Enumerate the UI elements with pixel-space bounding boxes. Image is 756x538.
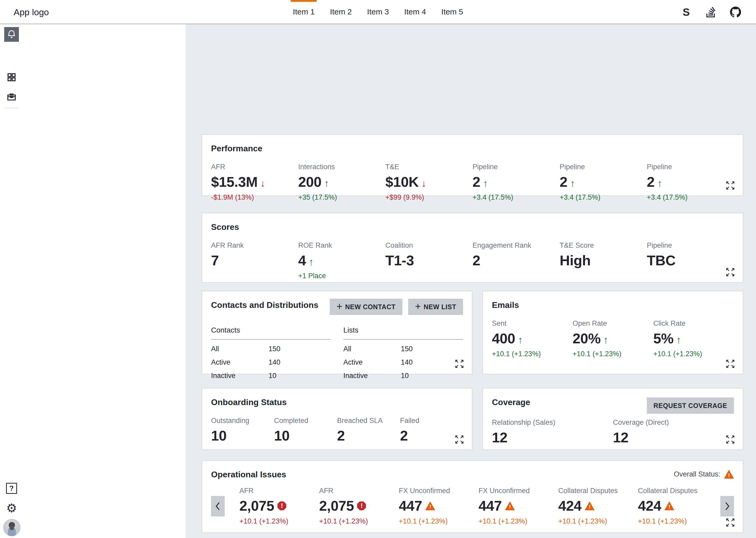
expand-icon[interactable]: [725, 358, 736, 370]
up-arrow-icon: ↑: [518, 335, 523, 345]
error-icon: [277, 502, 286, 511]
nav-item-2[interactable]: Item 2: [330, 0, 352, 24]
down-arrow-icon: ↓: [421, 178, 426, 188]
metric-interactions: Interactions 200↑ +35 (17.5%): [298, 163, 385, 201]
operational-metrics: AFR 2,075 +10.1 (+1.23%) AFR 2,075 +10.1…: [239, 487, 718, 525]
coverage-card: Coverage REQUEST COVERAGE Relationship (…: [483, 388, 743, 450]
table-row: Inactive 10: [211, 372, 331, 380]
expand-icon[interactable]: [725, 434, 736, 445]
nav-item-3[interactable]: Item 3: [367, 0, 389, 24]
down-arrow-icon: ↓: [260, 178, 265, 188]
metric-afr-issues-2: AFR 2,075 +10.1 (+1.23%): [319, 487, 399, 525]
table-row: Active 140: [211, 358, 331, 366]
metric-pipeline-score: Pipeline TBC: [647, 242, 734, 280]
scores-metrics: AFR Rank 7 ROE Rank 4↑ +1 Place Coalitio…: [211, 242, 734, 280]
scores-title: Scores: [211, 222, 734, 232]
sidebar-item-help[interactable]: ?: [4, 481, 19, 496]
new-contact-button[interactable]: NEW CONTACT: [330, 299, 402, 315]
plus-icon: [415, 303, 421, 311]
bell-icon: [7, 29, 17, 39]
metric-engagement-rank: Engagement Rank 2: [473, 242, 560, 280]
metric-relationship-sales: Relationship (Sales) 12: [492, 418, 613, 445]
carousel-prev-button[interactable]: [211, 496, 225, 516]
contacts-table-header: Contacts: [211, 326, 331, 340]
top-nav: App logo Item 1 Item 2 Item 3 Item 4 Ite…: [0, 0, 756, 24]
up-arrow-icon: ↑: [657, 178, 662, 188]
metric-fx-unconfirmed-2: FX Unconfirmed 447 +10.1 (+1.23%): [479, 487, 558, 525]
operational-title: Operational Issues: [211, 470, 286, 479]
contacts-card: Contacts and Distributions NEW CONTACT N…: [202, 291, 473, 374]
coverage-metrics: Relationship (Sales) 12 Coverage (Direct…: [492, 418, 734, 445]
github-icon[interactable]: [730, 6, 741, 18]
contacts-title: Contacts and Distributions: [211, 300, 318, 310]
user-avatar[interactable]: [3, 519, 21, 536]
expand-icon[interactable]: [725, 266, 736, 278]
metric-breached-sla: Breached SLA 2: [337, 417, 400, 443]
scores-card: Scores AFR Rank 7 ROE Rank 4↑ +1 Place C…: [202, 213, 743, 283]
up-arrow-icon: ↑: [483, 178, 488, 188]
sidebar: ? ⚙: [0, 24, 186, 538]
sidebar-item-work[interactable]: [4, 89, 19, 104]
avatar-silhouette: [3, 519, 21, 536]
metric-afr-issues-1: AFR 2,075 +10.1 (+1.23%): [239, 487, 319, 525]
expand-icon[interactable]: [725, 517, 736, 528]
metric-click-rate: Click Rate 5%↑ +10.1 (+1.23%): [653, 319, 734, 358]
table-row: All 150: [211, 345, 331, 353]
new-list-button[interactable]: NEW LIST: [408, 299, 463, 315]
performance-title: Performance: [211, 144, 734, 153]
emails-card: Emails Sent 400↑ +10.1 (+1.23%) Open Rat…: [483, 291, 743, 374]
stackoverflow-icon[interactable]: [705, 6, 717, 18]
expand-icon[interactable]: [725, 180, 736, 191]
up-arrow-icon: ↑: [570, 178, 575, 188]
metric-fx-unconfirmed-1: FX Unconfirmed 447 +10.1 (+1.23%): [399, 487, 479, 525]
warning-icon: [505, 502, 515, 511]
gear-icon: ⚙: [6, 502, 17, 514]
metric-pipeline-1: Pipeline 2↑ +3.4 (17.5%): [473, 163, 560, 201]
expand-icon[interactable]: [453, 434, 465, 445]
metric-coverage-direct: Coverage (Direct) 12: [613, 418, 734, 445]
metric-completed: Completed 10: [274, 417, 337, 443]
metric-collateral-disputes-2: Collateral Disputes 424 +10.1 (+1.23%): [638, 487, 718, 525]
grid-icon: [7, 72, 17, 82]
expand-icon[interactable]: [453, 358, 465, 370]
metric-pipeline-3: Pipeline 2↑ +3.4 (17.5%): [647, 163, 734, 201]
s-logo-icon[interactable]: S: [681, 6, 692, 18]
sidebar-item-settings[interactable]: ⚙: [4, 501, 19, 515]
metric-afr: AFR $15.3M↓ -$1.9M (13%): [211, 163, 298, 201]
warning-icon: [724, 470, 734, 479]
up-arrow-icon: ↑: [603, 335, 608, 345]
sidebar-divider: [4, 108, 19, 108]
nav-item-5[interactable]: Item 5: [441, 0, 463, 24]
metric-open-rate: Open Rate 20%↑ +10.1 (+1.23%): [573, 319, 653, 358]
operational-issues-card: Operational Issues Overall Status: AFR 2…: [202, 460, 743, 533]
nav-item-4[interactable]: Item 4: [404, 0, 426, 24]
overall-status-label: Overall Status:: [674, 470, 720, 478]
metric-tande: T&E $10K↓ +$99 (9.9%): [385, 163, 473, 201]
metric-collateral-disputes-1: Collateral Disputes 424 +10.1 (+1.23%): [558, 487, 638, 525]
metric-outstanding: Outstanding 10: [211, 417, 274, 443]
metric-pipeline-2: Pipeline 2↑ +3.4 (17.5%): [560, 163, 647, 201]
emails-title: Emails: [492, 300, 734, 310]
table-row: All 150: [343, 345, 463, 353]
metric-roe-rank: ROE Rank 4↑ +1 Place: [298, 242, 385, 280]
emails-metrics: Sent 400↑ +10.1 (+1.23%) Open Rate 20%↑ …: [492, 319, 734, 358]
chevron-right-icon: [724, 501, 731, 511]
performance-card: Performance AFR $15.3M↓ -$1.9M (13%) Int…: [202, 134, 743, 196]
coverage-title: Coverage: [492, 398, 530, 407]
table-row: Inactive 10: [343, 372, 463, 380]
metric-coalition: Coalition T1-3: [385, 242, 473, 280]
onboarding-card: Onboarding Status Outstanding 10 Complet…: [202, 388, 473, 450]
nav-item-1[interactable]: Item 1: [293, 0, 315, 24]
carousel-next-button[interactable]: [720, 496, 734, 516]
request-coverage-button[interactable]: REQUEST COVERAGE: [647, 398, 734, 414]
metric-afr-rank: AFR Rank 7: [211, 242, 298, 280]
up-arrow-icon: ↑: [676, 335, 681, 345]
metric-sent: Sent 400↑ +10.1 (+1.23%): [492, 319, 573, 358]
onboarding-title: Onboarding Status: [211, 398, 463, 407]
plus-icon: [337, 303, 343, 311]
sidebar-item-notifications[interactable]: [4, 27, 19, 42]
up-arrow-icon: ↑: [324, 178, 329, 188]
table-row: Active 140: [343, 358, 463, 366]
sidebar-item-apps[interactable]: [4, 70, 19, 84]
lists-table: Lists All 150 Active 140 Inactive 10: [343, 326, 463, 380]
